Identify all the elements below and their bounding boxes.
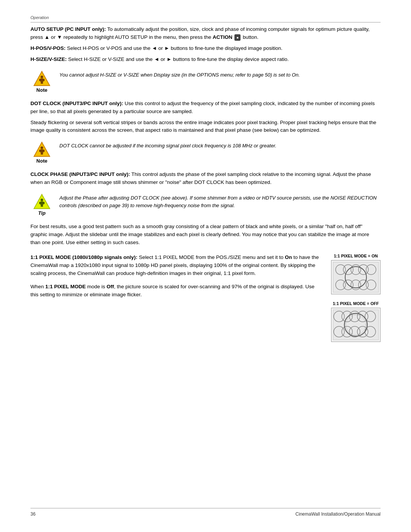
pixel-mode-images: 1:1 PIXEL MODE = ON	[331, 254, 381, 342]
svg-rect-3	[40, 78, 43, 82]
pixel-mode-section: 1:1 PIXEL MODE (1080i/1080p signals only…	[30, 254, 381, 342]
hsize-vsize-text: Select H-SIZE or V-SIZE and use the ◄ or…	[68, 56, 289, 62]
svg-rect-20	[39, 202, 41, 204]
note1-label: Note	[37, 87, 48, 93]
clock-phase-section: CLOCK PHASE (INPUT3/PC INPUT only): This…	[30, 171, 381, 187]
note1-box: Note You cannot adjust H-SIZE or V-SIZE …	[30, 70, 381, 93]
page: Operation AUTO SETUP (PC INPUT only): To…	[0, 0, 411, 532]
dot-clock-paragraph1: DOT CLOCK (INPUT3/PC INPUT only): Use th…	[30, 100, 381, 116]
pixel-mode-on-block: 1:1 PIXEL MODE = ON	[331, 254, 381, 294]
clock-phase-label: CLOCK PHASE (INPUT3/PC INPUT only):	[30, 171, 130, 177]
hpos-vpos-label: H-POS/V-POS:	[30, 45, 65, 51]
hpos-vpos-paragraph: H-POS/V-POS: Select H-POS or V-POS and u…	[30, 45, 381, 53]
hsize-vsize-label: H-SIZE/V-SIZE:	[30, 56, 67, 62]
svg-rect-6	[41, 82, 42, 84]
pixel-mode-off-bold: Off	[107, 284, 114, 289]
tip1-icon-wrap: Tip	[30, 193, 53, 216]
hpos-vpos-text: Select H-POS or V-POS and use the ◄ or ►…	[67, 45, 282, 51]
pixel-mode-on-bold: On	[285, 254, 292, 260]
pixel-mode-on-text1: Select 1:1 PIXEL MODE from the POS./SIZE…	[139, 254, 285, 260]
best-results-section: For best results, use a good test patter…	[30, 223, 381, 247]
svg-rect-15	[42, 153, 43, 155]
tip1-triangle-icon	[33, 193, 51, 209]
svg-rect-19	[40, 201, 43, 205]
svg-rect-21	[43, 202, 45, 204]
pixel-mode-off-block: 1:1 PIXEL MODE = OFF	[331, 301, 381, 342]
header-label: Operation	[30, 15, 381, 20]
svg-rect-11	[40, 149, 43, 153]
tip1-box: Tip Adjust the Phase after adjusting DOT…	[30, 193, 381, 216]
pixel-mode-on-paragraph: 1:1 PIXEL MODE (1080i/1080p signals only…	[30, 254, 320, 278]
svg-rect-12	[39, 150, 41, 152]
pixel-mode-text: 1:1 PIXEL MODE (1080i/1080p signals only…	[30, 254, 320, 299]
note2-triangle-icon	[33, 141, 51, 157]
svg-point-10	[41, 147, 43, 149]
pixel-mode-on-svg	[333, 262, 379, 292]
auto-setup-label: AUTO SETUP (PC INPUT only):	[30, 26, 106, 32]
dot-clock-paragraph2: Steady flickering or several soft vertic…	[30, 119, 381, 135]
svg-rect-14	[41, 153, 42, 155]
svg-rect-23	[42, 205, 43, 207]
auto-setup-text2: button.	[243, 34, 258, 40]
svg-rect-36	[333, 310, 379, 340]
tip1-text: Adjust the Phase after adjusting DOT CLO…	[59, 193, 381, 209]
pixel-mode-off-text: mode is	[86, 284, 107, 289]
note1-icon-wrap: Note	[30, 70, 53, 93]
footer-bar: 36 CinemaWall Installation/Operation Man…	[30, 508, 381, 517]
tip1-label: Tip	[38, 210, 45, 216]
best-results-paragraph: For best results, use a good test patter…	[30, 223, 381, 247]
footer-manual-title: CinemaWall Installation/Operation Manual	[295, 511, 381, 517]
hsize-vsize-paragraph: H-SIZE/V-SIZE: Select H-SIZE or V-SIZE a…	[30, 56, 381, 64]
action-label: ACTION	[213, 34, 233, 40]
svg-rect-4	[39, 79, 41, 81]
pixel-mode-off-image-label: 1:1 PIXEL MODE = OFF	[333, 301, 379, 306]
svg-rect-5	[43, 79, 45, 81]
pixel-mode-on-diagram	[331, 260, 381, 294]
note2-label: Note	[37, 158, 48, 164]
note2-icon-wrap: Note	[30, 141, 53, 164]
pixel-mode-off-diagram	[331, 308, 381, 342]
pixel-mode-off-bold-prefix: 1:1 PIXEL MODE	[45, 284, 86, 289]
auto-setup-section: AUTO SETUP (PC INPUT only): To automatic…	[30, 26, 381, 64]
pixel-mode-off-paragraph: When 1:1 PIXEL MODE mode is Off, the pic…	[30, 283, 320, 299]
auto-setup-paragraph: AUTO SETUP (PC INPUT only): To automatic…	[30, 26, 381, 42]
pixel-mode-on-label: 1:1 PIXEL MODE (1080i/1080p signals only…	[30, 254, 137, 260]
note1-text: You cannot adjust H-SIZE or V-SIZE when …	[59, 70, 300, 79]
note2-box: Note DOT CLOCK cannot be adjusted if the…	[30, 141, 381, 164]
svg-rect-13	[43, 150, 45, 152]
pixel-mode-on-image-label: 1:1 PIXEL MODE = ON	[334, 254, 378, 258]
clock-phase-paragraph: CLOCK PHASE (INPUT3/PC INPUT only): This…	[30, 171, 381, 187]
dot-clock-label: DOT CLOCK (INPUT3/PC INPUT only):	[30, 101, 123, 106]
header-divider	[30, 22, 381, 22]
svg-point-2	[41, 75, 43, 78]
footer-page-number: 36	[30, 511, 35, 517]
dot-clock-section: DOT CLOCK (INPUT3/PC INPUT only): Use th…	[30, 100, 381, 135]
action-icon: ●	[234, 34, 241, 41]
svg-rect-7	[42, 82, 43, 84]
svg-point-18	[41, 199, 43, 201]
note2-text: DOT CLOCK cannot be adjusted if the inco…	[59, 141, 276, 150]
svg-rect-22	[41, 205, 42, 207]
note1-triangle-icon	[33, 70, 51, 86]
pixel-mode-off-text-prefix: When	[30, 284, 45, 289]
pixel-mode-off-svg	[333, 310, 379, 340]
